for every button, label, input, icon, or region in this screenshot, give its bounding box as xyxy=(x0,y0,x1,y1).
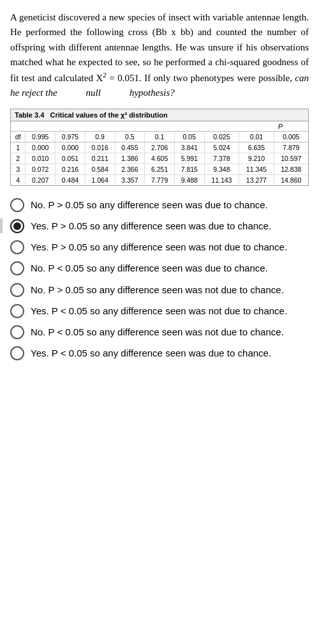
table-cell-value: 7.378 xyxy=(204,153,239,164)
question-paragraph: A geneticist discovered a new species of… xyxy=(10,10,309,101)
table-cell-value: 0.216 xyxy=(56,164,85,174)
radio-circle-1[interactable] xyxy=(10,198,24,212)
table-cell-value: 5.024 xyxy=(204,142,239,153)
radio-circle-8[interactable] xyxy=(10,346,24,360)
table-cell-value: 6.251 xyxy=(145,164,175,174)
option-text-4: No. P < 0.05 so any difference seen was … xyxy=(31,261,309,275)
table-cell-value: 4.605 xyxy=(145,153,175,164)
option-text-2: Yes. P > 0.05 so any difference seen was… xyxy=(31,218,309,233)
table-cell-value: 3.841 xyxy=(174,142,204,153)
table-cell-value: 0.072 xyxy=(26,164,56,174)
table-row: 10.0000.0000.0160.4552.7063.8415.0246.63… xyxy=(11,142,308,153)
col-01: 0.1 xyxy=(145,131,175,142)
option-item-5[interactable]: No. P > 0.05 so any difference seen was … xyxy=(10,282,309,297)
p-header: P xyxy=(11,121,308,132)
radio-circle-6[interactable] xyxy=(10,304,24,318)
option-item-6[interactable]: Yes. P < 0.05 so any difference seen was… xyxy=(10,303,309,318)
table-cell-value: 0.584 xyxy=(85,164,115,174)
col-05: 0.5 xyxy=(115,131,145,142)
option-item-4[interactable]: No. P < 0.05 so any difference seen was … xyxy=(10,261,309,275)
table-cell-value: 0.000 xyxy=(56,142,85,153)
table-cell-df: 2 xyxy=(11,153,26,164)
table-cell-df: 3 xyxy=(11,164,26,174)
radio-inner-2 xyxy=(13,222,21,230)
table-cell-value: 2.706 xyxy=(145,142,175,153)
table-cell-value: 7.879 xyxy=(274,142,308,153)
table-row: 20.0100.0510.2111.3864.6055.9917.3789.21… xyxy=(11,153,308,164)
option-text-7: No. P < 0.05 so any difference seen was … xyxy=(31,325,309,339)
table-title: Table 3.4 Critical values of the χ² dist… xyxy=(11,109,308,121)
table-cell-value: 0.051 xyxy=(56,153,85,164)
option-item-1[interactable]: No. P > 0.05 so any difference seen was … xyxy=(10,197,309,212)
table-cell-value: 13.277 xyxy=(239,174,274,185)
table-cell-value: 2.366 xyxy=(115,164,145,174)
radio-circle-3[interactable] xyxy=(10,240,24,254)
table-cell-value: 9.488 xyxy=(174,174,204,185)
table-number: Table 3.4 xyxy=(15,111,44,119)
option-item-2[interactable]: Yes. P > 0.05 so any difference seen was… xyxy=(10,218,309,233)
radio-circle-5[interactable] xyxy=(10,283,24,297)
table-cell-value: 10.597 xyxy=(274,153,308,164)
answer-options: No. P > 0.05 so any difference seen was … xyxy=(10,197,309,361)
option-text-6: Yes. P < 0.05 so any difference seen was… xyxy=(31,303,309,318)
col-005: 0.05 xyxy=(174,131,204,142)
table-cell-value: 1.386 xyxy=(115,153,145,164)
radio-circle-2[interactable] xyxy=(10,219,24,233)
table-row: 40.2070.4841.0643.3577.7799.48811.14313.… xyxy=(11,174,308,185)
table-cell-value: 11.345 xyxy=(239,164,274,174)
chi-squared-table: Table 3.4 Critical values of the χ² dist… xyxy=(10,109,309,186)
table-cell-value: 0.484 xyxy=(56,174,85,185)
col-0005: 0.005 xyxy=(274,131,308,142)
option-text-8: Yes. P < 0.05 so any difference seen was… xyxy=(31,346,309,360)
option-item-8[interactable]: Yes. P < 0.05 so any difference seen was… xyxy=(10,346,309,360)
table-cell-df: 4 xyxy=(11,174,26,185)
col-0995: 0.995 xyxy=(26,131,56,142)
col-0025: 0.025 xyxy=(204,131,239,142)
option-text-1: No. P > 0.05 so any difference seen was … xyxy=(31,197,309,212)
table-cell-value: 5.991 xyxy=(174,153,204,164)
table-cell-value: 7.779 xyxy=(145,174,175,185)
table-cell-value: 0.207 xyxy=(26,174,56,185)
radio-circle-4[interactable] xyxy=(10,261,24,275)
table-row: 30.0720.2160.5842.3666.2517.8159.34811.3… xyxy=(11,164,308,174)
col-001: 0.01 xyxy=(239,131,274,142)
table-cell-value: 3.357 xyxy=(115,174,145,185)
option-text-5: No. P > 0.05 so any difference seen was … xyxy=(31,282,309,297)
table-cell-value: 12.838 xyxy=(274,164,308,174)
table-cell-value: 0.010 xyxy=(26,153,56,164)
col-09: 0.9 xyxy=(85,131,115,142)
table-cell-value: 6.635 xyxy=(239,142,274,153)
table-cell-df: 1 xyxy=(11,142,26,153)
table-cell-value: 0.016 xyxy=(85,142,115,153)
table-cell-value: 9.348 xyxy=(204,164,239,174)
col-0975: 0.975 xyxy=(56,131,85,142)
table-cell-value: 11.143 xyxy=(204,174,239,185)
table-cell-value: 1.064 xyxy=(85,174,115,185)
option-item-7[interactable]: No. P < 0.05 so any difference seen was … xyxy=(10,325,309,339)
table-title-text: Critical values of the χ² distribution xyxy=(50,111,167,119)
option-item-3[interactable]: Yes. P > 0.05 so any difference seen was… xyxy=(10,240,309,254)
table-cell-value: 0.211 xyxy=(85,153,115,164)
option-text-3: Yes. P > 0.05 so any difference seen was… xyxy=(31,240,309,254)
table-cell-value: 0.000 xyxy=(26,142,56,153)
table-cell-value: 7.815 xyxy=(174,164,204,174)
table-cell-value: 0.455 xyxy=(115,142,145,153)
radio-circle-7[interactable] xyxy=(10,325,24,339)
table-cell-value: 9.210 xyxy=(239,153,274,164)
col-df: df xyxy=(11,131,26,142)
table-cell-value: 14.860 xyxy=(274,174,308,185)
